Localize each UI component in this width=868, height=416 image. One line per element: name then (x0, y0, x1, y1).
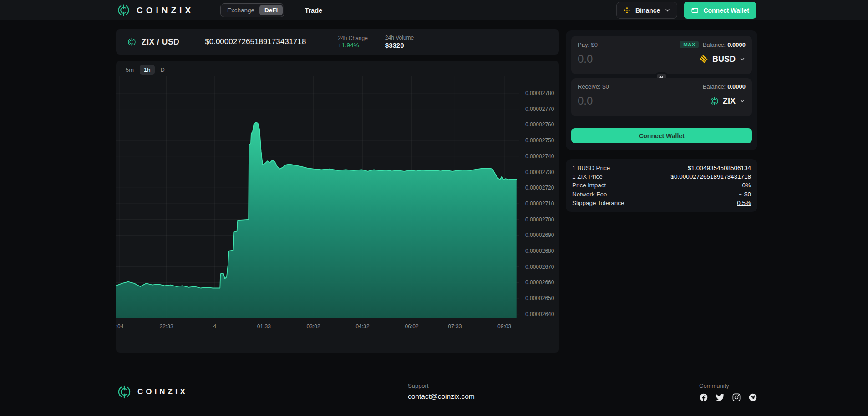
time-tick-label: 22:33 (160, 323, 173, 330)
time-tick-label: 09:03 (497, 323, 511, 330)
info-label: 1 BUSD Price (572, 165, 610, 171)
change-stat: 24h Change +1.94% (338, 35, 367, 49)
time-tick-label: 06:02 (405, 323, 419, 330)
instagram-icon[interactable] (732, 393, 741, 402)
chevron-down-icon (739, 56, 746, 62)
time-tick-label: 04:32 (356, 323, 370, 330)
timeframe-1d[interactable]: D (157, 65, 169, 75)
community-label: Community (699, 382, 757, 389)
volume-value: $3320 (385, 41, 414, 49)
telegram-icon[interactable] (748, 393, 757, 402)
swap-info-panel: 1 BUSD Price$1.00493545085061341 ZIX Pri… (566, 159, 757, 212)
info-label: Network Fee (572, 191, 607, 198)
info-label: 1 ZIX Price (572, 173, 603, 180)
top-nav: COINZIX Exchange DeFi Trade Binance C (0, 0, 868, 20)
price-tick-label: 0.00002660 (525, 279, 554, 286)
receive-balance-label: Balance: (703, 83, 726, 90)
timeframe-row: 5m 1h D (122, 65, 169, 75)
pair-label: ZIX / USD (142, 37, 179, 47)
price-tick-label: 0.00002640 (525, 311, 554, 317)
price-tick-label: 0.00002750 (525, 137, 554, 144)
info-value: 0% (742, 182, 751, 189)
receive-balance-value: 0.0000 (727, 83, 746, 90)
pay-balance-value: 0.0000 (727, 41, 746, 48)
price-tick-label: 0.00002770 (525, 106, 554, 112)
pay-token-selector[interactable]: BUSD (699, 54, 746, 64)
price-tick-label: 0.00002690 (525, 232, 554, 238)
pay-label: Pay: $0 (578, 41, 598, 48)
receive-token-selector[interactable]: ZIX (710, 96, 746, 106)
receive-token-name: ZIX (723, 96, 736, 106)
chevron-down-icon (739, 98, 746, 104)
price-tick-label: 0.00002680 (525, 248, 554, 254)
coinzix-logo-icon (117, 3, 131, 17)
time-tick-label: 07:33 (448, 323, 462, 330)
chevron-down-icon (665, 7, 670, 13)
coinzix-logo-icon (117, 384, 132, 400)
timeframe-1h[interactable]: 1h (140, 65, 154, 75)
facebook-icon[interactable] (699, 393, 708, 402)
time-tick-label: :04 (116, 323, 124, 330)
slippage-value[interactable]: 0.5% (737, 200, 751, 206)
price-tick-label: 0.00002710 (525, 200, 554, 207)
price-axis: 0.000027800.000027700.000027600.00002750… (519, 76, 559, 321)
footer-brand[interactable]: COINZIX (117, 384, 188, 400)
support-label: Support (408, 382, 475, 389)
price-tick-label: 0.00002760 (525, 121, 554, 128)
price-tick-label: 0.00002670 (525, 264, 554, 270)
twitter-icon[interactable] (716, 393, 725, 402)
price-tick-label: 0.00002730 (525, 169, 554, 175)
timeframe-5m[interactable]: 5m (122, 65, 138, 75)
connect-wallet-label: Connect Wallet (703, 7, 749, 14)
toggle-defi[interactable]: DeFi (259, 5, 283, 15)
info-row: 1 ZIX Price$0.000027265189173431718 (572, 172, 751, 181)
info-value: $1.0049354508506134 (688, 165, 751, 171)
toggle-exchange[interactable]: Exchange (222, 5, 259, 15)
pay-amount-input[interactable] (578, 53, 669, 65)
info-value: $0.000027265189173431718 (671, 173, 751, 180)
pay-balance: Balance:0.0000 (703, 41, 746, 48)
max-button[interactable]: MAX (680, 41, 698, 48)
zix-token-icon (710, 96, 719, 106)
info-row: Price impact0% (572, 181, 751, 190)
info-value: ~ $0 (739, 191, 751, 198)
receive-amount-input[interactable] (578, 95, 669, 107)
footer-community: Community (699, 382, 757, 402)
pay-token-name: BUSD (712, 55, 736, 64)
chart-card: 5m 1h D 0.000027800.000027700.000027600.… (116, 61, 559, 353)
nav-link-trade[interactable]: Trade (305, 7, 322, 14)
pair-name-block: ZIX / USD (127, 37, 179, 47)
receive-box: Receive: $0 Balance:0.0000 (571, 78, 752, 116)
time-tick-label: 4 (213, 323, 216, 330)
info-row: 1 BUSD Price$1.0049354508506134 (572, 164, 751, 172)
pair-header: ZIX / USD $0.000027265189173431718 24h C… (116, 29, 559, 55)
volume-label: 24h Volume (385, 35, 414, 41)
area-chart (116, 76, 519, 318)
busd-icon (699, 54, 709, 64)
volume-stat: 24h Volume $3320 (385, 35, 414, 49)
connect-wallet-button-nav[interactable]: Connect Wallet (684, 2, 756, 19)
price-chart-plot[interactable] (116, 76, 519, 318)
footer: COINZIX Support contact@coinzix.com Comm… (0, 381, 868, 416)
change-label: 24h Change (338, 35, 367, 41)
price-tick-label: 0.00002700 (525, 216, 554, 223)
network-select[interactable]: Binance (616, 2, 677, 19)
pair-price: $0.000027265189173431718 (205, 37, 306, 46)
wallet-icon (691, 6, 699, 14)
support-email-link[interactable]: contact@coinzix.com (408, 392, 475, 401)
price-area (116, 122, 517, 318)
connect-wallet-button-swap[interactable]: Connect Wallet (571, 128, 752, 143)
info-row: Network Fee~ $0 (572, 190, 751, 199)
price-tick-label: 0.00002720 (525, 185, 554, 191)
swap-widget: Pay: $0 MAX Balance:0.0000 BUSD (566, 30, 757, 150)
pay-box: Pay: $0 MAX Balance:0.0000 BUSD (571, 36, 752, 74)
time-axis: :0422:33401:3303:0204:3206:0207:3309:03 (116, 321, 519, 328)
time-tick-label: 01:33 (257, 323, 271, 330)
receive-balance: Balance:0.0000 (703, 83, 746, 90)
network-select-label: Binance (635, 7, 660, 14)
info-label: Price impact (572, 182, 606, 189)
pay-balance-label: Balance: (703, 41, 726, 48)
change-value: +1.94% (338, 42, 367, 49)
footer-brand-name: COINZIX (137, 387, 188, 396)
brand-logo[interactable]: COINZIX (117, 3, 194, 17)
